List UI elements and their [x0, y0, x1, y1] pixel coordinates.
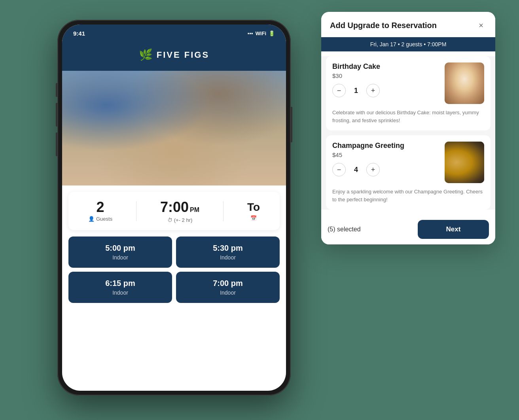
phone-button-power — [291, 107, 292, 142]
modal-subheader: Fri, Jan 17 • 2 guests • 7:00PM — [321, 37, 495, 51]
phone-frame: 9:41 ▪▪▪ WiFi 🔋 🌿 FIVE FIGS — [57, 20, 291, 395]
divider-1 — [136, 201, 136, 221]
champagne-image — [445, 142, 484, 183]
slot-time-2: 6:15 pm — [73, 279, 167, 288]
guest-count: 2 — [97, 200, 104, 214]
clock-icon: ⏱ — [167, 217, 172, 223]
upgrade-item-row-1: Birthday Cake $30 − 1 + — [332, 62, 484, 104]
selected-count: (5) selected — [328, 226, 361, 233]
calendar-label: 📅 — [250, 215, 257, 221]
date-info: To 📅 — [247, 201, 260, 221]
time-slot-3[interactable]: 7:00 pm Indoor — [176, 272, 280, 303]
logo-icon: 🌿 — [139, 48, 153, 61]
birthday-cake-quantity: 1 — [352, 87, 360, 95]
birthday-cake-quantity-control: − 1 + — [332, 84, 440, 97]
champagne-description: Enjoy a sparkling welcome with our Champ… — [332, 188, 484, 203]
slot-type-1: Indoor — [181, 254, 275, 261]
champagne-quantity-control: − 4 + — [332, 163, 440, 176]
champagne-price: $45 — [332, 151, 440, 158]
battery-icon: 🔋 — [269, 30, 275, 36]
modal-title: Add Upgrade to Reservation — [330, 21, 437, 30]
upgrade-modal: Add Upgrade to Reservation × Fri, Jan 17… — [321, 12, 495, 244]
birthday-cake-description: Celebrate with our delicious Birthday Ca… — [332, 109, 484, 124]
champagne-name: Champagne Greeting — [332, 142, 440, 150]
time-display: 7:00 PM — [160, 199, 199, 216]
birthday-cake-increase-button[interactable]: + — [366, 84, 380, 97]
app-name: FIVE FIGS — [157, 50, 209, 60]
birthday-cake-decrease-button[interactable]: − — [332, 84, 346, 97]
status-bar: 9:41 ▪▪▪ WiFi 🔋 — [62, 25, 286, 42]
calendar-icon: 📅 — [250, 215, 257, 221]
time-label: ⏱ (+- 2 hr) — [167, 217, 193, 223]
cake-image-visual — [445, 62, 484, 104]
guests-info: 2 👤 Guests — [88, 200, 112, 222]
slot-time-1: 5:30 pm — [181, 244, 275, 253]
slot-type-0: Indoor — [73, 254, 167, 261]
modal-close-button[interactable]: × — [475, 20, 487, 31]
upgrade-item-champagne: Champagne Greeting $45 − 4 + Enjoy a spa… — [326, 135, 491, 210]
app-header: 🌿 FIVE FIGS — [62, 42, 286, 71]
signal-icon: ▪▪▪ — [248, 30, 253, 36]
modal-header: Add Upgrade to Reservation × — [321, 12, 495, 37]
birthday-cake-price: $30 — [332, 72, 440, 79]
person-icon: 👤 — [88, 216, 95, 222]
restaurant-image-bg — [62, 71, 286, 185]
phone-device: 9:41 ▪▪▪ WiFi 🔋 🌿 FIVE FIGS — [57, 20, 291, 395]
logo-area: 🌿 FIVE FIGS — [139, 48, 209, 61]
time-slot-2[interactable]: 6:15 pm Indoor — [68, 272, 172, 303]
time-value: 7:00 — [160, 199, 189, 216]
phone-button-vol-up — [56, 103, 57, 127]
time-slots-grid: 5:00 pm Indoor 5:30 pm Indoor 6:15 pm In… — [62, 236, 286, 303]
champagne-image-visual — [445, 142, 484, 183]
reservation-bar: 2 👤 Guests 7:00 PM ⏱ (+- 2 hr) — [68, 192, 280, 230]
upgrade-item-birthday-cake: Birthday Cake $30 − 1 + Celebrate with o… — [326, 56, 491, 131]
phone-button-mute — [56, 83, 57, 97]
slot-type-2: Indoor — [73, 289, 167, 296]
restaurant-image — [62, 71, 286, 185]
champagne-info: Champagne Greeting $45 − 4 + — [332, 142, 440, 176]
status-icons: ▪▪▪ WiFi 🔋 — [248, 30, 275, 36]
date-to: To — [247, 201, 260, 214]
upgrade-item-row-2: Champagne Greeting $45 − 4 + — [332, 142, 484, 183]
slot-time-0: 5:00 pm — [73, 244, 167, 253]
champagne-increase-button[interactable]: + — [366, 163, 380, 176]
birthday-cake-name: Birthday Cake — [332, 62, 440, 71]
birthday-cake-image — [445, 62, 484, 104]
time-info: 7:00 PM ⏱ (+- 2 hr) — [160, 199, 199, 223]
time-ampm: PM — [190, 206, 199, 214]
wifi-icon: WiFi — [256, 30, 266, 36]
time-slot-1[interactable]: 5:30 pm Indoor — [176, 236, 280, 268]
birthday-cake-info: Birthday Cake $30 − 1 + — [332, 62, 440, 97]
modal-body: Birthday Cake $30 − 1 + Celebrate with o… — [321, 56, 495, 210]
champagne-quantity: 4 — [352, 166, 360, 174]
guests-label: 👤 Guests — [88, 216, 112, 222]
divider-2 — [223, 201, 224, 221]
time-slot-0[interactable]: 5:00 pm Indoor — [68, 236, 172, 268]
modal-footer: (5) selected Next — [321, 214, 495, 244]
phone-button-vol-down — [56, 132, 57, 156]
status-time: 9:41 — [73, 30, 85, 37]
slot-type-3: Indoor — [181, 289, 275, 296]
close-icon: × — [479, 21, 483, 30]
champagne-decrease-button[interactable]: − — [332, 163, 346, 176]
slot-time-3: 7:00 pm — [181, 279, 275, 288]
phone-screen: 9:41 ▪▪▪ WiFi 🔋 🌿 FIVE FIGS — [62, 25, 286, 391]
next-button[interactable]: Next — [418, 220, 489, 239]
